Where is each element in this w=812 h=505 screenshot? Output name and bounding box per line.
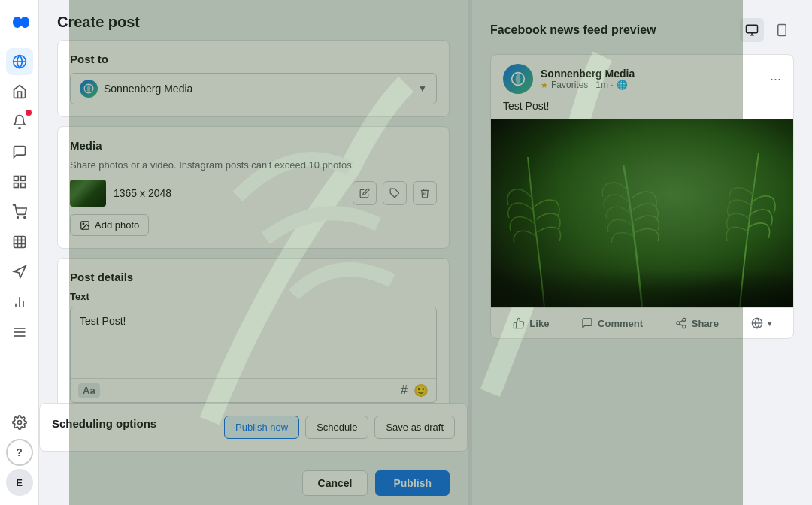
svg-rect-31 xyxy=(491,119,793,307)
media-item: 1365 x 2048 xyxy=(70,180,437,207)
media-section: Media Share photos or a video. Instagram… xyxy=(57,126,450,249)
scrollable-form: Post to Sonnenberg Media ▼ xyxy=(39,40,468,403)
media-thumbnail xyxy=(70,180,106,207)
svg-rect-33 xyxy=(491,270,793,307)
svg-rect-32 xyxy=(491,119,793,307)
fb-post-image xyxy=(491,119,793,307)
create-post-panel: Create post Post to Sonnenberg Media xyxy=(39,0,468,505)
main-area: Create post Post to Sonnenberg Media xyxy=(39,0,812,505)
svg-rect-21 xyxy=(70,180,106,207)
